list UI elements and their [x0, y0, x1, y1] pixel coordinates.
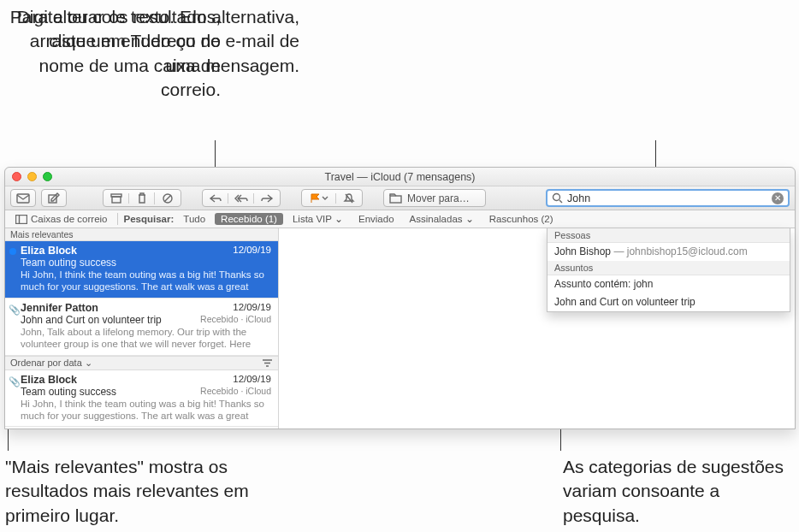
archive-button[interactable] [104, 193, 129, 204]
search-icon [552, 192, 563, 204]
reply-group [202, 189, 281, 207]
callout-text: "Mais relevantes" mostra os resultados m… [5, 455, 279, 528]
sidebar-icon [15, 215, 27, 224]
scope-sent[interactable]: Enviado [352, 213, 400, 225]
svg-point-6 [553, 194, 560, 201]
sort-label: Ordenar por data [10, 358, 82, 368]
callout-text: As categorias de sugestões variam consoa… [563, 455, 798, 528]
svg-rect-7 [16, 215, 27, 223]
sender: Eliza Block [21, 374, 77, 386]
message-row[interactable]: 📎 Eliza Block12/09/19 Team outing succes… [5, 370, 278, 428]
delete-button[interactable] [129, 192, 155, 204]
divider [117, 213, 118, 225]
mailbox-label: Recebido · iCloud [200, 386, 271, 396]
suggestion-header-subjects: Assuntos [547, 261, 790, 275]
preview: Hi John, I think the team outing was a b… [21, 398, 271, 423]
window-controls[interactable] [12, 172, 52, 181]
search-input[interactable] [567, 192, 767, 204]
reply-button[interactable] [203, 193, 228, 204]
get-mail-button[interactable] [10, 189, 36, 207]
reply-all-button[interactable] [228, 193, 254, 204]
scope-inbox[interactable]: Recebido (1) [215, 213, 283, 225]
message-row[interactable]: Eliza Block12/09/19 Team outing success … [5, 241, 278, 299]
subject: Team outing success [21, 257, 116, 269]
scope-flagged[interactable]: Assinaladas ⌄ [404, 212, 480, 226]
titlebar[interactable]: Travel — iCloud (7 mensagens) [5, 168, 795, 186]
chevron-down-icon: ⌄ [465, 214, 474, 224]
svg-rect-3 [112, 197, 121, 203]
search-scope-label: Pesquisar: [123, 214, 174, 224]
mute-button[interactable] [336, 192, 362, 204]
chevron-down-icon: ⌄ [334, 214, 343, 224]
chevron-down-icon: ⌄ [85, 358, 92, 368]
preview: John, Talk about a lifelong memory. Our … [21, 326, 271, 351]
show-mailboxes-button[interactable]: Caixas de correio [10, 213, 112, 225]
callout-text: Digite ou cole texto. Em alternativa, ar… [0, 5, 299, 78]
attachment-icon: 📎 [9, 376, 21, 387]
suggestion-subject[interactable]: Assunto contém: john [547, 275, 790, 293]
message-row[interactable]: 📎 Jennifer Patton12/09/19 John and Curt … [5, 299, 278, 356]
compose-button[interactable] [41, 189, 67, 207]
suggestion-name: John Bishop [554, 245, 611, 257]
close-icon[interactable] [12, 172, 21, 181]
mailbox-label: Recebido · iCloud [200, 314, 271, 324]
attachment-icon: 📎 [9, 304, 21, 316]
minimize-icon[interactable] [27, 172, 37, 181]
preview: Hi John, I think the team outing was a b… [21, 269, 271, 293]
filter-icon[interactable] [262, 358, 273, 368]
svg-rect-0 [17, 194, 29, 203]
junk-button[interactable] [155, 192, 181, 204]
mail-window: Travel — iCloud (7 mensagens) Mover para… [4, 167, 796, 429]
group-header-top-hits: Mais relevantes [5, 228, 278, 241]
toolbar: Mover para… ✕ [5, 186, 795, 210]
favorites-bar: Caixas de correio Pesquisar: Tudo Recebi… [5, 210, 795, 228]
zoom-icon[interactable] [43, 172, 52, 181]
flag-group [301, 189, 363, 207]
archive-group [103, 189, 181, 207]
sender: Eliza Block [21, 245, 77, 257]
forward-button[interactable] [254, 193, 280, 204]
message-list[interactable]: Mais relevantes Eliza Block12/09/19 Team… [5, 228, 279, 429]
move-to-label: Mover para… [407, 192, 470, 204]
subject: Team outing success [21, 386, 116, 398]
suggestion-person[interactable]: John Bishop — johnbishop15@icloud.com [547, 243, 790, 261]
move-to-button[interactable]: Mover para… [383, 189, 486, 207]
scope-all[interactable]: Tudo [177, 213, 211, 225]
date: 12/09/19 [233, 245, 271, 257]
scope-drafts[interactable]: Rascunhos (2) [483, 213, 559, 225]
date: 12/09/19 [233, 374, 271, 386]
search-field[interactable]: ✕ [546, 189, 790, 207]
clear-search-button[interactable]: ✕ [772, 192, 784, 204]
suggestion-email: — johnbishop15@icloud.com [613, 245, 747, 257]
mailboxes-label: Caixas de correio [31, 214, 107, 224]
suggestion-subject[interactable]: John and Curt on volunteer trip [547, 293, 790, 311]
unread-dot-icon [9, 248, 16, 255]
date: 12/09/19 [233, 302, 271, 314]
sender: Jennifer Patton [21, 302, 98, 314]
scope-vip[interactable]: Lista VIP ⌄ [287, 212, 349, 226]
subject: John and Curt on volunteer trip [21, 314, 162, 326]
sort-bar[interactable]: Ordenar por data ⌄ [5, 356, 278, 370]
suggestion-header-people: Pessoas [547, 228, 790, 243]
search-suggestions: Pessoas John Bishop — johnbishop15@iclou… [547, 228, 790, 312]
svg-rect-5 [390, 196, 401, 203]
flag-button[interactable] [302, 193, 336, 204]
window-title: Travel — iCloud (7 mensagens) [325, 171, 476, 183]
